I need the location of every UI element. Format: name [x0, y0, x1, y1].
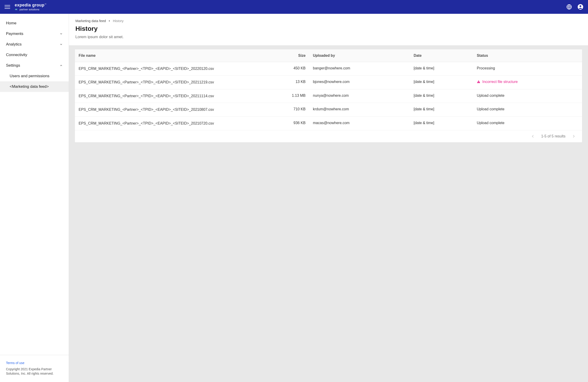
cell-date: [date & time] [410, 103, 473, 117]
main-content: Marketing data feed • History History Lo… [69, 14, 588, 382]
nav-label: Settings [6, 63, 20, 68]
table-row: EPS_CRM_MARKETING_<Partner>_<TPID>_<EAPI… [75, 62, 582, 76]
chevron-down-icon [60, 32, 63, 35]
cell-filename: EPS_CRM_MARKETING_<Partner>_<TPID>_<EAPI… [75, 89, 262, 103]
warning-icon [477, 80, 481, 84]
nav-list: Home Payments Analytics Connectivity Set… [0, 14, 69, 92]
header-left: expedia group™ partner solutions [5, 3, 46, 11]
logo-top-text: expedia group [15, 3, 45, 7]
svg-rect-4 [479, 81, 479, 82]
cell-date: [date & time] [410, 62, 473, 76]
breadcrumb-current: History [113, 19, 124, 23]
table-row: EPS_CRM_MARKETING_<Partner>_<TPID>_<EAPI… [75, 117, 582, 130]
chevron-down-icon [60, 43, 63, 46]
cell-uploaded-by: nunya@nowhere.com [309, 89, 410, 103]
page-title: History [75, 25, 582, 32]
nav-label: Users and permissions [10, 74, 49, 78]
cell-filename: EPS_CRM_MARKETING_<Partner>_<TPID>_<EAPI… [75, 117, 262, 130]
language-button[interactable] [567, 4, 572, 10]
cell-date: [date & time] [410, 117, 473, 130]
svg-point-3 [580, 5, 581, 7]
logo: expedia group™ partner solutions [15, 3, 46, 11]
cell-size: 710 KB [262, 103, 309, 117]
table-wrapper: File name Size Uploaded by Date Status E… [75, 49, 582, 142]
nav-label: Connectivity [6, 53, 27, 57]
cell-uploaded-by: bjones@nowhere.com [309, 76, 410, 89]
nav-item-connectivity[interactable]: Connectivity [0, 50, 69, 60]
cell-uploaded-by: macas@nowhere.com [309, 117, 410, 130]
status-text: Incorrect file structure [482, 80, 518, 84]
cell-filename: EPS_CRM_MARKETING_<Partner>_<TPID>_<EAPI… [75, 62, 262, 76]
menu-toggle-button[interactable] [5, 4, 10, 10]
pagination-prev-button[interactable] [530, 134, 535, 139]
chevron-up-icon [60, 64, 63, 67]
nav-subitem-users-permissions[interactable]: Users and permissions [0, 71, 69, 81]
col-header-size: Size [262, 49, 309, 62]
col-header-filename: File name [75, 49, 262, 62]
col-header-status: Status [473, 49, 582, 62]
pagination-next-button[interactable] [571, 134, 576, 139]
sidebar-footer: Terms of use Copyright 2021 Expedia Part… [0, 355, 69, 382]
app-header: expedia group™ partner solutions [0, 0, 588, 14]
copyright-text: Copyright 2021 Expedia Partner Solutions… [6, 367, 63, 376]
cell-status: Upload complete [473, 117, 582, 130]
nav-item-home[interactable]: Home [0, 18, 69, 28]
pagination-text: 1-5 of 5 results [541, 134, 566, 138]
cell-status: Upload complete [473, 103, 582, 117]
breadcrumb: Marketing data feed • History [75, 19, 582, 23]
nav-label: Analytics [6, 42, 21, 47]
cell-size: 936 KB [262, 117, 309, 130]
cell-filename: EPS_CRM_MARKETING_<Partner>_<TPID>_<EAPI… [75, 76, 262, 89]
header-right [567, 4, 583, 10]
cell-status: Upload complete [473, 89, 582, 103]
cell-uploaded-by: krdum@nowhere.com [309, 103, 410, 117]
cell-status: Incorrect file structure [473, 76, 582, 89]
cell-size: 13 KB [262, 76, 309, 89]
nav-item-payments[interactable]: Payments [0, 28, 69, 39]
table-row: EPS_CRM_MARKETING_<Partner>_<TPID>_<EAPI… [75, 103, 582, 117]
cell-size: 1.13 MB [262, 89, 309, 103]
account-button[interactable] [577, 4, 583, 10]
main-header: Marketing data feed • History History Lo… [69, 14, 588, 45]
nav-item-analytics[interactable]: Analytics [0, 39, 69, 50]
cell-size: 450 KB [262, 62, 309, 76]
history-table: File name Size Uploaded by Date Status E… [75, 49, 582, 130]
logo-bottom-text: partner solutions [20, 8, 39, 11]
svg-rect-5 [479, 83, 479, 83]
logo-chevrons-icon [15, 8, 18, 11]
breadcrumb-separator: • [109, 19, 110, 23]
col-header-uploaded-by: Uploaded by [309, 49, 410, 62]
breadcrumb-parent[interactable]: Marketing data feed [75, 19, 106, 23]
nav-label: Payments [6, 31, 23, 36]
table-row: EPS_CRM_MARKETING_<Partner>_<TPID>_<EAPI… [75, 76, 582, 89]
page-subtitle: Lorem ipsum dolor sit amet. [75, 35, 582, 39]
cell-status: Processing [473, 62, 582, 76]
nav-label: Home [6, 21, 16, 25]
cell-date: [date & time] [410, 89, 473, 103]
table-row: EPS_CRM_MARKETING_<Partner>_<TPID>_<EAPI… [75, 89, 582, 103]
nav-item-settings[interactable]: Settings [0, 60, 69, 71]
col-header-date: Date [410, 49, 473, 62]
nav-label: <Marketing data feed> [10, 84, 49, 89]
nav-subitem-marketing-data-feed[interactable]: <Marketing data feed> [0, 81, 69, 92]
cell-filename: EPS_CRM_MARKETING_<Partner>_<TPID>_<EAPI… [75, 103, 262, 117]
terms-link[interactable]: Terms of use [6, 361, 63, 365]
status-error: Incorrect file structure [477, 80, 578, 84]
sidebar: Home Payments Analytics Connectivity Set… [0, 14, 69, 382]
pagination: 1-5 of 5 results [75, 130, 582, 142]
cell-date: [date & time] [410, 76, 473, 89]
cell-uploaded-by: banger@nowhere.com [309, 62, 410, 76]
